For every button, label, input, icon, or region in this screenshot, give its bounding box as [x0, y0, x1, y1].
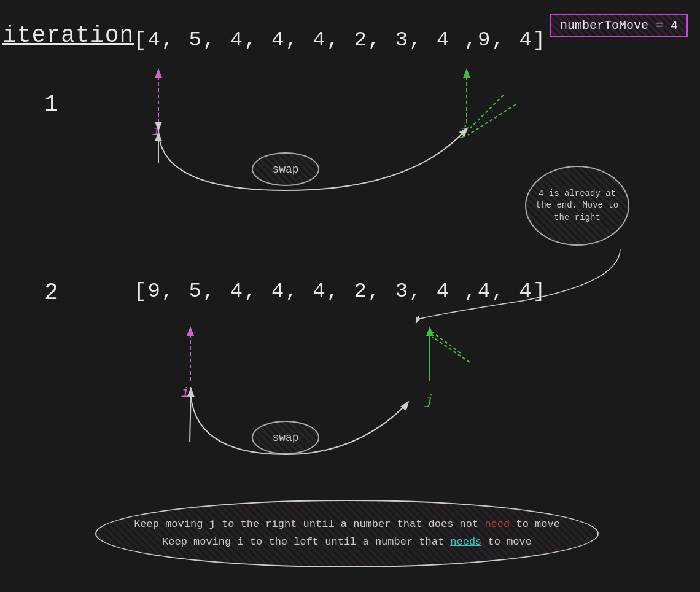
page-title: iteration: [2, 22, 134, 49]
svg-line-8: [403, 403, 408, 408]
svg-line-10: [432, 332, 461, 353]
iteration-1-number: 1: [44, 91, 58, 117]
svg-line-5: [416, 316, 419, 322]
svg-line-3: [468, 95, 504, 130]
iteration-1-array: [4, 5, 4, 4, 4, 2, 3, 4 ,9, 4]: [134, 28, 546, 52]
swap-ellipse-2: swap: [252, 421, 319, 454]
speech-bubble: 4 is already at the end. Move to the rig…: [525, 166, 629, 246]
iteration-2-array: [9, 5, 4, 4, 4, 2, 3, 4 ,4, 4]: [134, 279, 546, 303]
svg-line-11: [432, 337, 470, 362]
bottom-note-text: Keep moving j to the right until a numbe…: [134, 516, 560, 551]
i-label-1: i: [152, 124, 160, 139]
swap-ellipse-1: swap: [252, 152, 319, 186]
iteration-2-number: 2: [44, 279, 58, 306]
j-label-1: j: [459, 124, 467, 139]
svg-line-7: [190, 389, 191, 442]
needs-highlight: needs: [450, 536, 481, 548]
number-to-move-badge: numberToMove = 4: [550, 14, 688, 37]
bottom-note: Keep moving j to the right until a numbe…: [95, 500, 599, 567]
need-highlight: need: [484, 518, 510, 530]
svg-line-4: [468, 104, 516, 135]
i-label-2: i: [181, 386, 189, 401]
j-label-2: j: [425, 393, 433, 408]
